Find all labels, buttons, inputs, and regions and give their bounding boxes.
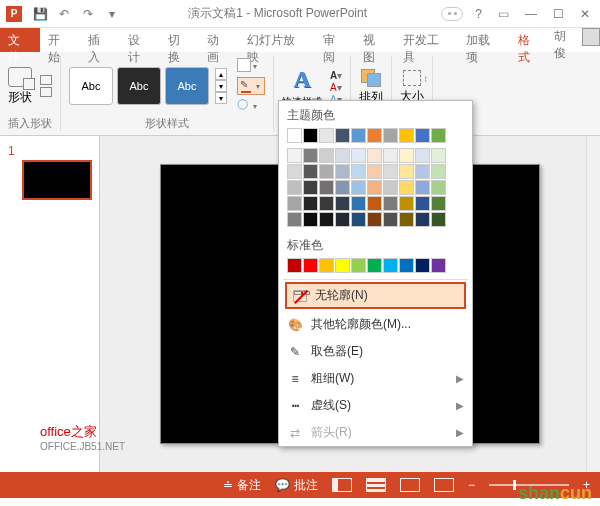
zoom-out-icon[interactable]: − bbox=[468, 478, 475, 492]
sorter-view-icon[interactable] bbox=[366, 478, 386, 492]
close-icon[interactable]: ✕ bbox=[574, 5, 596, 23]
color-swatch[interactable] bbox=[399, 212, 414, 227]
color-swatch[interactable] bbox=[303, 180, 318, 195]
tab-animations[interactable]: 动画 bbox=[199, 28, 239, 52]
tab-file[interactable]: 文件 bbox=[0, 28, 40, 52]
color-swatch[interactable] bbox=[431, 180, 446, 195]
color-swatch[interactable] bbox=[399, 196, 414, 211]
color-swatch[interactable] bbox=[351, 196, 366, 211]
color-swatch[interactable] bbox=[351, 148, 366, 163]
color-swatch[interactable] bbox=[335, 164, 350, 179]
vertical-scrollbar[interactable] bbox=[586, 136, 600, 472]
style-down-icon[interactable]: ▾ bbox=[215, 80, 227, 92]
color-swatch[interactable] bbox=[383, 164, 398, 179]
shape-outline-button[interactable]: ▾ bbox=[237, 77, 265, 95]
style-up-icon[interactable]: ▴ bbox=[215, 68, 227, 80]
color-swatch[interactable] bbox=[431, 212, 446, 227]
color-swatch[interactable] bbox=[383, 148, 398, 163]
color-swatch[interactable] bbox=[319, 164, 334, 179]
color-swatch[interactable] bbox=[319, 180, 334, 195]
dashes-item[interactable]: ┅ 虚线(S) ▶ bbox=[279, 392, 472, 419]
color-swatch[interactable] bbox=[383, 128, 398, 143]
color-swatch[interactable] bbox=[367, 196, 382, 211]
text-box-icon[interactable] bbox=[40, 87, 52, 97]
color-swatch[interactable] bbox=[367, 128, 382, 143]
color-swatch[interactable] bbox=[351, 258, 366, 273]
color-swatch[interactable] bbox=[319, 212, 334, 227]
color-swatch[interactable] bbox=[383, 196, 398, 211]
tab-developer[interactable]: 开发工具 bbox=[395, 28, 459, 52]
color-swatch[interactable] bbox=[415, 196, 430, 211]
minimize-icon[interactable]: — bbox=[519, 5, 543, 23]
redo-icon[interactable]: ↷ bbox=[80, 6, 96, 22]
color-swatch[interactable] bbox=[303, 196, 318, 211]
color-swatch[interactable] bbox=[287, 212, 302, 227]
color-swatch[interactable] bbox=[367, 164, 382, 179]
color-swatch[interactable] bbox=[415, 212, 430, 227]
color-swatch[interactable] bbox=[303, 212, 318, 227]
color-swatch[interactable] bbox=[415, 128, 430, 143]
color-swatch[interactable] bbox=[287, 258, 302, 273]
color-swatch[interactable] bbox=[431, 128, 446, 143]
comments-button[interactable]: 💬 批注 bbox=[275, 477, 318, 494]
style-preset-1[interactable]: Abc bbox=[69, 67, 113, 105]
color-swatch[interactable] bbox=[431, 258, 446, 273]
color-swatch[interactable] bbox=[383, 212, 398, 227]
color-swatch[interactable] bbox=[415, 148, 430, 163]
undo-icon[interactable]: ↶ bbox=[56, 6, 72, 22]
reading-view-icon[interactable] bbox=[400, 478, 420, 492]
color-swatch[interactable] bbox=[303, 258, 318, 273]
color-swatch[interactable] bbox=[319, 128, 334, 143]
color-swatch[interactable] bbox=[287, 164, 302, 179]
color-swatch[interactable] bbox=[351, 180, 366, 195]
color-swatch[interactable] bbox=[303, 128, 318, 143]
tab-transitions[interactable]: 切换 bbox=[160, 28, 200, 52]
color-swatch[interactable] bbox=[335, 258, 350, 273]
color-swatch[interactable] bbox=[383, 180, 398, 195]
color-swatch[interactable] bbox=[351, 164, 366, 179]
shape-fill-button[interactable]: ▾ bbox=[237, 58, 259, 74]
tab-design[interactable]: 设计 bbox=[120, 28, 160, 52]
tab-review[interactable]: 审阅 bbox=[315, 28, 355, 52]
user-avatar[interactable] bbox=[582, 28, 600, 46]
color-swatch[interactable] bbox=[335, 196, 350, 211]
weight-item[interactable]: ≡ 粗细(W) ▶ bbox=[279, 365, 472, 392]
color-swatch[interactable] bbox=[431, 196, 446, 211]
tab-addins[interactable]: 加载项 bbox=[458, 28, 510, 52]
color-swatch[interactable] bbox=[399, 128, 414, 143]
more-colors-item[interactable]: 🎨 其他轮廓颜色(M)... bbox=[279, 311, 472, 338]
tab-view[interactable]: 视图 bbox=[355, 28, 395, 52]
tab-slideshow[interactable]: 幻灯片放映 bbox=[239, 28, 315, 52]
color-swatch[interactable] bbox=[319, 258, 334, 273]
color-swatch[interactable] bbox=[367, 180, 382, 195]
text-fill-button[interactable]: A ▾ bbox=[330, 70, 342, 81]
color-swatch[interactable] bbox=[399, 164, 414, 179]
shape-effects-button[interactable]: ◯▾ bbox=[237, 98, 259, 114]
tab-format[interactable]: 格式 bbox=[510, 28, 550, 52]
slideshow-view-icon[interactable] bbox=[434, 478, 454, 492]
color-swatch[interactable] bbox=[303, 164, 318, 179]
shapes-button[interactable]: 形状 bbox=[8, 67, 32, 106]
color-swatch[interactable] bbox=[383, 258, 398, 273]
color-swatch[interactable] bbox=[335, 212, 350, 227]
color-swatch[interactable] bbox=[335, 148, 350, 163]
tab-home[interactable]: 开始 bbox=[40, 28, 80, 52]
zoom-slider[interactable] bbox=[489, 484, 569, 486]
tab-insert[interactable]: 插入 bbox=[80, 28, 120, 52]
color-swatch[interactable] bbox=[431, 164, 446, 179]
qat-dropdown-icon[interactable]: ▾ bbox=[104, 6, 120, 22]
color-swatch[interactable] bbox=[351, 128, 366, 143]
save-icon[interactable]: 💾 bbox=[32, 6, 48, 22]
color-swatch[interactable] bbox=[399, 258, 414, 273]
color-swatch[interactable] bbox=[303, 148, 318, 163]
color-swatch[interactable] bbox=[335, 180, 350, 195]
color-swatch[interactable] bbox=[287, 180, 302, 195]
color-swatch[interactable] bbox=[287, 148, 302, 163]
notes-button[interactable]: ≐ 备注 bbox=[223, 477, 261, 494]
color-swatch[interactable] bbox=[335, 128, 350, 143]
text-outline-button[interactable]: A ▾ bbox=[330, 82, 342, 93]
color-swatch[interactable] bbox=[415, 258, 430, 273]
color-swatch[interactable] bbox=[351, 212, 366, 227]
edit-shape-icon[interactable] bbox=[40, 75, 52, 85]
color-swatch[interactable] bbox=[367, 212, 382, 227]
